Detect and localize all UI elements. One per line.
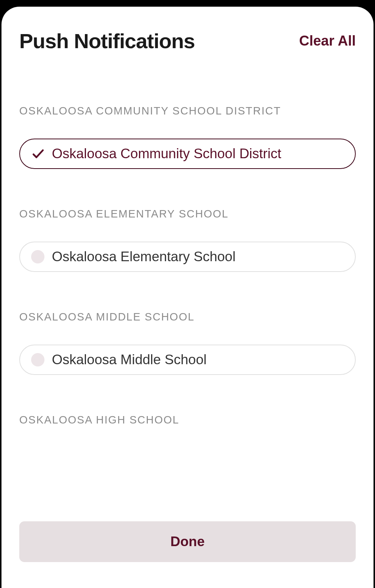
section-middle: OSKALOOSA MIDDLE SCHOOL Oskaloosa Middle… bbox=[19, 311, 356, 375]
option-label: Oskaloosa Community School District bbox=[52, 146, 281, 162]
options-list: OSKALOOSA COMMUNITY SCHOOL DISTRICT Oska… bbox=[19, 105, 356, 510]
push-notifications-modal: Push Notifications Clear All OSKALOOSA C… bbox=[1, 7, 374, 588]
section-high: OSKALOOSA HIGH SCHOOL bbox=[19, 414, 356, 426]
scroll-fade bbox=[19, 444, 356, 510]
clear-all-button[interactable]: Clear All bbox=[299, 33, 356, 49]
done-button[interactable]: Done bbox=[19, 521, 356, 562]
unselected-icon bbox=[31, 250, 44, 263]
option-label: Oskaloosa Middle School bbox=[52, 352, 207, 368]
check-icon bbox=[31, 147, 45, 161]
section-header: OSKALOOSA COMMUNITY SCHOOL DISTRICT bbox=[19, 105, 356, 117]
option-district[interactable]: Oskaloosa Community School District bbox=[19, 139, 356, 169]
option-label: Oskaloosa Elementary School bbox=[52, 249, 236, 265]
unselected-icon bbox=[31, 353, 44, 366]
section-elementary: OSKALOOSA ELEMENTARY SCHOOL Oskaloosa El… bbox=[19, 208, 356, 272]
modal-header: Push Notifications Clear All bbox=[19, 29, 356, 53]
option-middle[interactable]: Oskaloosa Middle School bbox=[19, 345, 356, 375]
section-header: OSKALOOSA MIDDLE SCHOOL bbox=[19, 311, 356, 323]
section-header: OSKALOOSA HIGH SCHOOL bbox=[19, 414, 356, 426]
section-header: OSKALOOSA ELEMENTARY SCHOOL bbox=[19, 208, 356, 220]
section-district: OSKALOOSA COMMUNITY SCHOOL DISTRICT Oska… bbox=[19, 105, 356, 169]
modal-footer: Done bbox=[19, 510, 356, 588]
page-title: Push Notifications bbox=[19, 29, 195, 53]
option-elementary[interactable]: Oskaloosa Elementary School bbox=[19, 242, 356, 272]
